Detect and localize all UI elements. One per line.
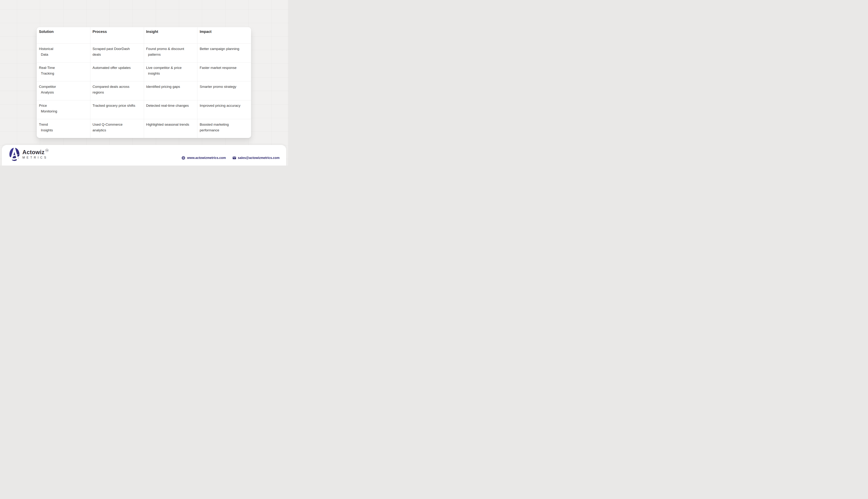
table-cell: Historical Data	[37, 44, 90, 62]
table-cell: Improved pricing accuracy	[197, 100, 251, 119]
mail-icon	[233, 156, 236, 159]
comparison-table: Solution Process Insight Impact Historic…	[37, 27, 251, 138]
table-cell: Used Q-Commerce analytics	[90, 119, 144, 138]
footer-contacts: www.actowizmetrics.com sales@actowizmetr…	[182, 145, 280, 166]
table-cell: Found promo & discount patterns	[144, 44, 198, 62]
brand-subtitle: METRICS	[22, 156, 49, 159]
trademark-badge-icon: TM	[45, 149, 49, 152]
actowiz-logo-icon	[9, 147, 20, 161]
table-cell: Boosted marketing performance	[197, 119, 251, 138]
table-cell: Automated offer updates	[90, 62, 144, 81]
email-address: sales@actowizmetrics.com	[238, 156, 280, 160]
table-cell: Competitor Analysis	[37, 81, 90, 100]
brand-name: Actowiz	[22, 149, 45, 156]
table-cell: Real-Time Tracking	[37, 62, 90, 81]
table-cell: Identified pricing gaps	[144, 81, 198, 100]
table-cell: Tracked grocery price shifts	[90, 100, 144, 119]
column-header-impact: Impact	[197, 27, 251, 44]
page: Solution Process Insight Impact Historic…	[0, 0, 288, 166]
table-cell: Detected real-time changes	[144, 100, 198, 119]
table-cell: Scraped past DoorDash deals	[90, 44, 144, 62]
table-cell: Better campaign planning	[197, 44, 251, 62]
globe-icon	[182, 156, 185, 160]
website-link[interactable]: www.actowizmetrics.com	[182, 156, 226, 160]
footer-bar: Actowiz TM METRICS www.actowizmetrics.co…	[2, 145, 286, 166]
table-cell: Live competitor & price insights	[144, 62, 198, 81]
table-cell: Smarter promo strategy	[197, 81, 251, 100]
email-link[interactable]: sales@actowizmetrics.com	[233, 156, 280, 160]
table-cell: Compared deals across regions	[90, 81, 144, 100]
comparison-table-card: Solution Process Insight Impact Historic…	[37, 27, 251, 138]
column-header-process: Process	[90, 27, 144, 44]
table-cell: Faster market response	[197, 62, 251, 81]
website-url: www.actowizmetrics.com	[187, 156, 226, 160]
brand-lockup: Actowiz TM METRICS	[9, 147, 49, 161]
column-header-insight: Insight	[144, 27, 198, 44]
table-cell: Price Monitoring	[37, 100, 90, 119]
table-cell: Highlighted seasonal trends	[144, 119, 198, 138]
brand-text: Actowiz TM METRICS	[22, 149, 49, 159]
column-header-solution: Solution	[37, 27, 90, 44]
table-cell: Trend Insights	[37, 119, 90, 138]
